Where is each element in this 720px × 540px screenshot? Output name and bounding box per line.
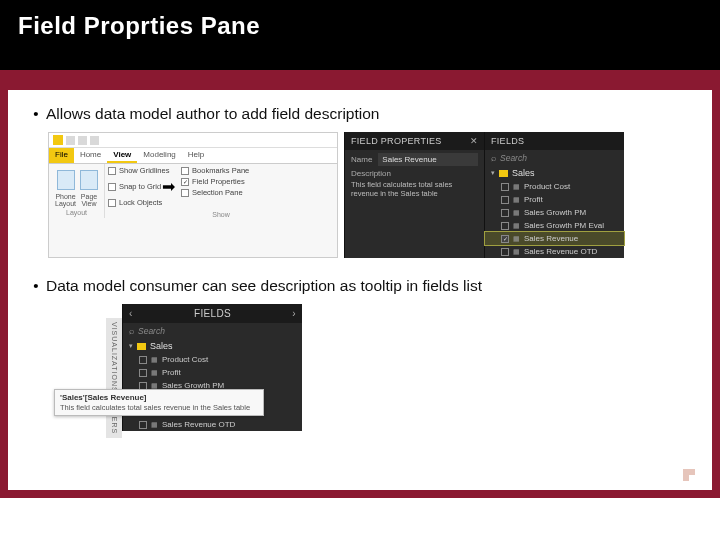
bullet-dot: • — [26, 104, 46, 124]
expand-icon: ▾ — [491, 169, 495, 177]
field-item[interactable]: ▦Sales Growth PM Eval — [485, 219, 624, 232]
bullet-1-text: Allows data model author to add field de… — [46, 104, 379, 124]
measure-icon: ▦ — [513, 209, 520, 217]
search-icon: ⌕ — [491, 153, 496, 163]
qat-undo-icon[interactable] — [78, 136, 87, 145]
tooltip-title: 'Sales'[Sales Revenue] — [60, 393, 258, 402]
name-row: Name Sales Revenue — [345, 150, 484, 169]
table-icon — [499, 170, 508, 177]
phone-layout-icon — [57, 170, 75, 190]
tab-help[interactable]: Help — [182, 148, 210, 163]
phone-layout-label: Phone Layout — [55, 193, 76, 207]
description-row: Description This field calculates total … — [345, 169, 484, 203]
bullet-2-text: Data model consumer can see description … — [46, 276, 482, 296]
collapsed-sidebars: VISUALIZATIONS FILTERS — [106, 318, 122, 438]
selection-pane-check[interactable]: Selection Pane — [181, 188, 249, 197]
dark-panels: FIELD PROPERTIES ✕ Name Sales Revenue De… — [344, 132, 624, 258]
field-properties-header: FIELD PROPERTIES ✕ — [345, 132, 484, 150]
close-icon[interactable]: ✕ — [470, 136, 478, 146]
phone-layout-button[interactable]: Phone Layout — [55, 170, 76, 207]
tab-file[interactable]: File — [49, 148, 74, 163]
fields-table-row[interactable]: ▾ Sales — [485, 166, 624, 180]
name-label: Name — [351, 155, 372, 164]
bullet-2: • Data model consumer can see descriptio… — [26, 276, 694, 296]
slide-title: Field Proprties Pane — [18, 12, 702, 40]
name-input[interactable]: Sales Revenue — [378, 153, 478, 166]
field-item[interactable]: ▦Product Cost — [485, 180, 624, 193]
chevron-left-icon[interactable]: ‹ — [129, 308, 133, 319]
show-group-label: Show — [105, 211, 337, 218]
field-item[interactable]: ▦Product Cost — [123, 353, 302, 366]
ribbon-body: Phone Layout Page View Layout — [49, 164, 337, 218]
field-item[interactable]: ▦Sales Growth PM — [485, 206, 624, 219]
snap-to-grid-check[interactable]: Snap to Grid➡ — [108, 177, 175, 196]
show-gridlines-check[interactable]: Show Gridlines — [108, 166, 175, 175]
expand-icon: ▾ — [129, 342, 133, 350]
ribbon-tabs: File Home View Modeling Help — [49, 148, 337, 164]
description-input[interactable]: This field calculates total sales revenu… — [351, 180, 478, 199]
measure-icon: ▦ — [513, 196, 520, 204]
quick-access-toolbar — [49, 133, 337, 148]
tooltip-body: This field calculates total sales revenu… — [60, 403, 258, 412]
tab-view[interactable]: View — [107, 148, 137, 163]
bookmarks-pane-check[interactable]: Bookmarks Pane — [181, 166, 249, 175]
ribbon-group-layout: Phone Layout Page View Layout — [49, 164, 105, 218]
tooltip-screenshot: VISUALIZATIONS FILTERS ‹ FIELDS › ⌕ Sear… — [106, 304, 356, 431]
field-item[interactable]: ▦Profit — [485, 193, 624, 206]
qat-save-icon[interactable] — [66, 136, 75, 145]
fields-search-2[interactable]: ⌕ Search — [123, 323, 302, 339]
field-item[interactable]: ▦Sales Revenue OTD — [485, 245, 624, 258]
page-view-button[interactable]: Page View — [80, 170, 98, 207]
field-item-selected[interactable]: ▦Sales Revenue — [485, 232, 624, 245]
fields-header-2: ‹ FIELDS › — [123, 304, 302, 323]
search-icon: ⌕ — [129, 326, 134, 336]
bullet-dot: • — [26, 276, 46, 296]
field-properties-pane: FIELD PROPERTIES ✕ Name Sales Revenue De… — [344, 132, 484, 258]
table-icon — [137, 343, 146, 350]
chevron-right-icon[interactable]: › — [292, 308, 296, 319]
description-label: Description — [351, 169, 478, 178]
page-view-label: Page View — [81, 193, 97, 207]
qat-redo-icon[interactable] — [90, 136, 99, 145]
measure-icon: ▦ — [513, 248, 520, 256]
field-tooltip: 'Sales'[Sales Revenue] This field calcul… — [54, 389, 264, 416]
fields-table-row-2[interactable]: ▾ Sales — [123, 339, 302, 353]
corner-logo-icon — [680, 466, 698, 484]
callout-arrow-icon: ➡ — [162, 177, 175, 196]
slide-body-frame: • Allows data model author to add field … — [0, 70, 720, 498]
lock-objects-check[interactable]: Lock Objects — [108, 198, 175, 207]
app-icon — [53, 135, 63, 145]
slide-title-bar: Field Proprties Pane — [0, 0, 720, 70]
tab-home[interactable]: Home — [74, 148, 107, 163]
measure-icon: ▦ — [513, 183, 520, 191]
ribbon-group-show: Show Gridlines Snap to Grid➡ Lock Object… — [105, 164, 337, 218]
measure-icon: ▦ — [513, 235, 520, 243]
powerbi-ribbon: File Home View Modeling Help Phone Layou… — [48, 132, 338, 258]
field-properties-check[interactable]: Field Properties — [181, 177, 249, 186]
layout-group-label: Layout — [66, 209, 87, 216]
bullet-1: • Allows data model author to add field … — [26, 104, 694, 124]
page-view-icon — [80, 170, 98, 190]
slide-content: • Allows data model author to add field … — [8, 90, 712, 490]
screenshot-row-2: VISUALIZATIONS FILTERS ‹ FIELDS › ⌕ Sear… — [106, 304, 694, 431]
field-item[interactable]: ▦Sales Revenue OTD — [123, 418, 302, 431]
field-item[interactable]: ▦Profit — [123, 366, 302, 379]
fields-header: FIELDS — [485, 132, 624, 150]
screenshot-row-1: File Home View Modeling Help Phone Layou… — [48, 132, 694, 258]
measure-icon: ▦ — [513, 222, 520, 230]
fields-pane: FIELDS ⌕ Search ▾ Sales ▦Product Cost ▦P — [484, 132, 624, 258]
visualizations-sidebar[interactable]: VISUALIZATIONS — [111, 322, 118, 393]
tab-modeling[interactable]: Modeling — [137, 148, 181, 163]
fields-search[interactable]: ⌕ Search — [485, 150, 624, 166]
